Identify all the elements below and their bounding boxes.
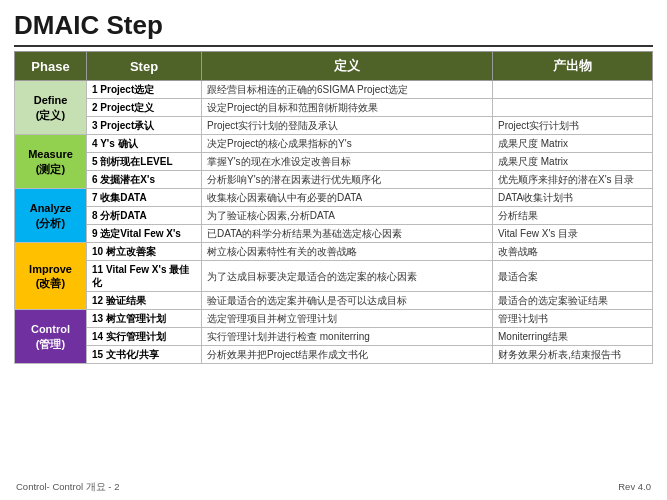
out-cell: 财务效果分析表,结束报告书 (493, 346, 653, 364)
table-row: 8 分析DATA为了验证核心因素,分析DATA分析结果 (15, 207, 653, 225)
step-cell: 12 验证结果 (87, 292, 202, 310)
table-row: Improve(改善)10 树立改善案树立核心因素特性有关的改善战略改善战略 (15, 243, 653, 261)
out-cell: 成果尺度 Matrix (493, 135, 653, 153)
def-cell: 为了达成目标要决定最适合的选定案的核心因素 (202, 261, 493, 292)
step-cell: 15 文书化/共享 (87, 346, 202, 364)
table-row: 2 Project定义设定Project的目标和范围剖析期待效果 (15, 99, 653, 117)
step-cell: 1 Project选定 (87, 81, 202, 99)
step-cell: 8 分析DATA (87, 207, 202, 225)
out-cell: DATA收集计划书 (493, 189, 653, 207)
out-cell: Vital Few X's 目录 (493, 225, 653, 243)
step-cell: 9 选定Vital Few X's (87, 225, 202, 243)
def-cell: 决定Project的核心成果指标的Y's (202, 135, 493, 153)
out-cell: 最适合的选定案验证结果 (493, 292, 653, 310)
out-cell (493, 99, 653, 117)
out-cell: 成果尺度 Matrix (493, 153, 653, 171)
step-cell: 2 Project定义 (87, 99, 202, 117)
out-cell: Project实行计划书 (493, 117, 653, 135)
step-cell: 5 剖析现在LEVEL (87, 153, 202, 171)
footer-right: Rev 4.0 (618, 481, 651, 494)
phase-cell-2: Analyze(分析) (15, 189, 87, 243)
step-cell: 3 Project承认 (87, 117, 202, 135)
out-cell: 优先顺序来排好的潜在X's 目录 (493, 171, 653, 189)
col-step: Step (87, 52, 202, 81)
step-cell: 11 Vital Few X's 最佳化 (87, 261, 202, 292)
footer: Control- Control 개요 - 2 Rev 4.0 (14, 481, 653, 494)
out-cell: 管理计划书 (493, 310, 653, 328)
table-row: Analyze(分析)7 收集DATA收集核心因素确认中有必要的DATADATA… (15, 189, 653, 207)
phase-cell-1: Measure(测定) (15, 135, 87, 189)
def-cell: 实行管理计划并进行检查 moniterring (202, 328, 493, 346)
table-row: 12 验证结果验证最适合的选定案并确认是否可以达成目标最适合的选定案验证结果 (15, 292, 653, 310)
step-cell: 4 Y's 确认 (87, 135, 202, 153)
step-cell: 10 树立改善案 (87, 243, 202, 261)
step-cell: 14 实行管理计划 (87, 328, 202, 346)
step-cell: 7 收集DATA (87, 189, 202, 207)
def-cell: 为了验证核心因素,分析DATA (202, 207, 493, 225)
table-row: Measure(测定)4 Y's 确认决定Project的核心成果指标的Y's成… (15, 135, 653, 153)
table-row: 11 Vital Few X's 最佳化为了达成目标要决定最适合的选定案的核心因… (15, 261, 653, 292)
def-cell: 验证最适合的选定案并确认是否可以达成目标 (202, 292, 493, 310)
def-cell: 已DATA的科学分析结果为基础选定核心因素 (202, 225, 493, 243)
def-cell: 收集核心因素确认中有必要的DATA (202, 189, 493, 207)
dmaic-table: Phase Step 定义 产出物 Define(定义)1 Project选定跟… (14, 51, 653, 364)
def-cell: 分析效果并把Project结果作成文书化 (202, 346, 493, 364)
def-cell: 选定管理项目并树立管理计划 (202, 310, 493, 328)
col-phase: Phase (15, 52, 87, 81)
out-cell (493, 81, 653, 99)
page-title: DMAIC Step (14, 10, 653, 41)
table-row: 3 Project承认Project实行计划的登陆及承认Project实行计划书 (15, 117, 653, 135)
page: DMAIC Step Phase Step 定义 产出物 Define(定义)1… (0, 0, 667, 500)
col-out: 产出物 (493, 52, 653, 81)
out-cell: 最适合案 (493, 261, 653, 292)
table-row: 6 发掘潜在X's分析影响Y's的潜在因素进行优先顺序化优先顺序来排好的潜在X'… (15, 171, 653, 189)
step-cell: 13 树立管理计划 (87, 310, 202, 328)
table-row: Define(定义)1 Project选定跟经营目标相连的正确的6SIGMA P… (15, 81, 653, 99)
def-cell: 分析影响Y's的潜在因素进行优先顺序化 (202, 171, 493, 189)
table-row: 15 文书化/共享分析效果并把Project结果作成文书化财务效果分析表,结束报… (15, 346, 653, 364)
table-row: 14 实行管理计划实行管理计划并进行检查 moniterringMoniterr… (15, 328, 653, 346)
def-cell: Project实行计划的登陆及承认 (202, 117, 493, 135)
def-cell: 掌握Y's的现在水准设定改善目标 (202, 153, 493, 171)
phase-cell-4: Control(管理) (15, 310, 87, 364)
out-cell: 改善战略 (493, 243, 653, 261)
phase-cell-3: Improve(改善) (15, 243, 87, 310)
table-row: 9 选定Vital Few X's已DATA的科学分析结果为基础选定核心因素Vi… (15, 225, 653, 243)
def-cell: 跟经营目标相连的正确的6SIGMA Project选定 (202, 81, 493, 99)
phase-cell-0: Define(定义) (15, 81, 87, 135)
divider (14, 45, 653, 47)
table-row: Control(管理)13 树立管理计划选定管理项目并树立管理计划管理计划书 (15, 310, 653, 328)
out-cell: 分析结果 (493, 207, 653, 225)
table-row: 5 剖析现在LEVEL掌握Y's的现在水准设定改善目标成果尺度 Matrix (15, 153, 653, 171)
col-def: 定义 (202, 52, 493, 81)
def-cell: 设定Project的目标和范围剖析期待效果 (202, 99, 493, 117)
def-cell: 树立核心因素特性有关的改善战略 (202, 243, 493, 261)
step-cell: 6 发掘潜在X's (87, 171, 202, 189)
footer-left: Control- Control 개요 - 2 (16, 481, 119, 494)
table-container: Phase Step 定义 产出物 Define(定义)1 Project选定跟… (14, 51, 653, 478)
out-cell: Moniterring结果 (493, 328, 653, 346)
